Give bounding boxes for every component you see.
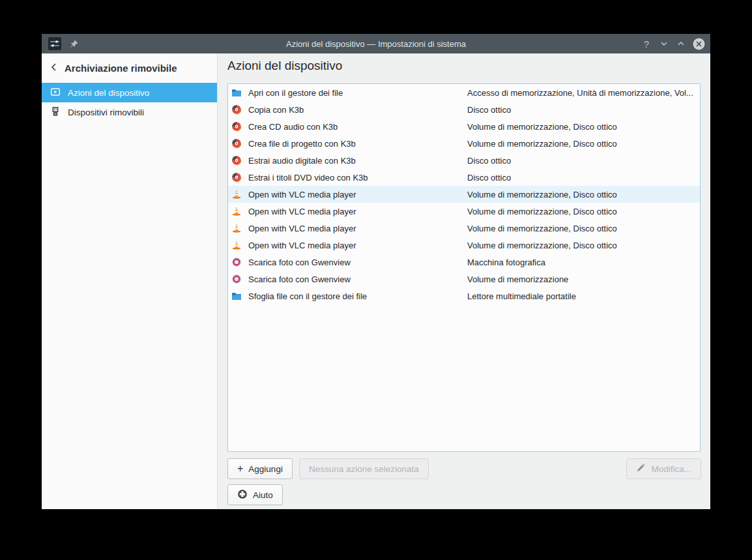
vlc-icon [231, 223, 242, 233]
k3b-icon [231, 138, 242, 149]
devices-label: Disco ottico [467, 105, 700, 115]
life-buoy-icon [237, 489, 248, 501]
devices-label: Disco ottico [467, 156, 700, 166]
help-button[interactable]: ? [641, 38, 652, 50]
gwenview-icon [231, 274, 242, 284]
devices-label: Macchina fotografica [467, 258, 700, 267]
table-row[interactable]: Open with VLC media player Volume di mem… [228, 186, 700, 203]
sidebar: Archiviazione rimovibile Azioni del disp… [42, 53, 218, 509]
table-row[interactable]: Open with VLC media player Volume di mem… [228, 237, 700, 254]
k3b-icon [231, 172, 242, 183]
devices-label: Accesso di memorizzazione, Unità di memo… [467, 88, 700, 98]
folder-icon [231, 87, 242, 98]
devices-label: Disco ottico [467, 173, 700, 183]
devices-label: Lettore multimediale portatile [467, 291, 700, 301]
device-actions-icon [50, 87, 61, 99]
sidebar-back-header[interactable]: Archiviazione rimovibile [42, 53, 217, 83]
devices-label: Volume di memorizzazione, Disco ottico [467, 139, 700, 149]
window-title: Azioni del dispositivo — Impostazioni di… [42, 39, 710, 49]
actions-list[interactable]: Apri con il gestore dei file Accesso di … [227, 83, 701, 452]
vlc-icon [231, 240, 242, 250]
help-action-button[interactable]: Aiuto [227, 484, 283, 505]
devices-label: Volume di memorizzazione, Disco ottico [467, 224, 700, 233]
action-label: Scarica foto con Gwenview [248, 258, 467, 267]
table-row[interactable]: Sfoglia file con il gestore dei file Let… [228, 287, 700, 304]
vlc-icon [231, 189, 242, 199]
removable-devices-icon [50, 106, 61, 119]
action-label: Open with VLC media player [248, 207, 467, 216]
action-label: Open with VLC media player [248, 241, 467, 250]
action-label: Open with VLC media player [248, 190, 467, 199]
action-label: Open with VLC media player [248, 224, 467, 233]
action-label: Sfoglia file con il gestore dei file [248, 291, 467, 301]
system-settings-window: Azioni del dispositivo — Impostazioni di… [42, 34, 710, 509]
devices-label: Volume di memorizzazione, Disco ottico [467, 190, 700, 199]
table-row[interactable]: Open with VLC media player Volume di mem… [228, 220, 700, 237]
table-row[interactable]: Crea file di progetto con K3b Volume di … [228, 135, 700, 152]
action-label: Estrai i titoli DVD video con K3b [248, 173, 467, 183]
minimize-button[interactable] [659, 38, 669, 49]
action-label: Apri con il gestore dei file [248, 88, 467, 98]
sidebar-item-dispositivi-rimovibili[interactable]: Dispositivi rimovibili [42, 102, 217, 122]
plus-icon: + [237, 464, 243, 474]
table-row[interactable]: Estrai i titoli DVD video con K3b Disco … [228, 169, 700, 186]
system-settings-app-icon [48, 37, 61, 50]
titlebar[interactable]: Azioni del dispositivo — Impostazioni di… [42, 34, 710, 53]
folder-icon [231, 291, 242, 301]
maximize-button[interactable] [676, 38, 686, 49]
edit-button: Modifica... [626, 458, 701, 479]
pin-icon[interactable] [69, 39, 79, 49]
page-title: Azioni del dispositivo [227, 59, 342, 73]
table-row[interactable]: Open with VLC media player Volume di mem… [228, 203, 700, 220]
chevron-left-icon [50, 63, 59, 74]
table-row[interactable]: Estrai audio digitale con K3b Disco otti… [228, 152, 700, 169]
devices-label: Volume di memorizzazione, Disco ottico [467, 241, 700, 250]
table-row[interactable]: Crea CD audio con K3b Volume di memorizz… [228, 118, 700, 135]
action-label: Crea file di progetto con K3b [248, 139, 467, 149]
sidebar-header-label: Archiviazione rimovibile [65, 63, 177, 74]
action-label: Copia con K3b [248, 105, 467, 115]
table-row[interactable]: Copia con K3b Disco ottico [228, 101, 700, 118]
devices-label: Volume di memorizzazione, Disco ottico [467, 122, 700, 132]
k3b-icon [231, 155, 242, 166]
action-label: Crea CD audio con K3b [248, 122, 467, 132]
vlc-icon [231, 206, 242, 216]
pencil-icon [636, 463, 646, 475]
devices-label: Volume di memorizzazione [467, 274, 700, 284]
no-action-selected-button: Nessuna azione selezionata [299, 458, 429, 479]
gwenview-icon [231, 257, 242, 267]
k3b-icon [231, 121, 242, 132]
close-button[interactable] [693, 38, 705, 50]
k3b-icon [231, 104, 242, 115]
table-row[interactable]: Scarica foto con Gwenview Volume di memo… [228, 271, 700, 287]
devices-label: Volume di memorizzazione, Disco ottico [467, 207, 700, 216]
table-row[interactable]: Scarica foto con Gwenview Macchina fotog… [228, 254, 700, 271]
add-button[interactable]: + Aggiungi [227, 458, 293, 479]
sidebar-item-label: Azioni del dispositivo [68, 88, 149, 98]
sidebar-item-label: Dispositivi rimovibili [68, 108, 144, 117]
action-label: Scarica foto con Gwenview [248, 274, 467, 284]
main-panel: Azioni del dispositivo Apri con il gesto… [218, 53, 710, 509]
table-row[interactable]: Apri con il gestore dei file Accesso di … [228, 84, 700, 101]
sidebar-item-azioni-del-dispositivo[interactable]: Azioni del dispositivo [42, 83, 217, 102]
action-label: Estrai audio digitale con K3b [248, 156, 467, 166]
